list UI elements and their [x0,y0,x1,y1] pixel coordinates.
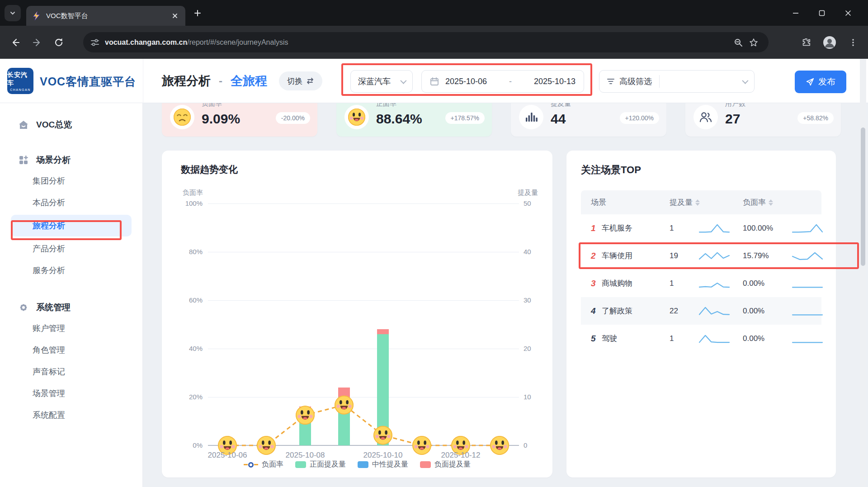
switch-journey-button[interactable]: 切换 [279,71,322,90]
stat-card-负面率: 负面率9.09%-20.00% [162,103,317,137]
scene-name: 了解政策 [602,306,670,316]
trend-point-emoji-icon [335,396,354,415]
table-row-驾驶[interactable]: 5驾驶10.00% [581,325,821,352]
menu-dots-icon[interactable] [844,34,862,51]
stat-card-delta-badge: +58.82% [797,112,834,124]
sidebar-item-账户管理[interactable]: 账户管理 [0,317,142,339]
main-content: 负面率9.09%-20.00%正面率88.64%+178.57%提及量44+12… [143,103,868,487]
reload-icon[interactable] [50,33,68,52]
avatar[interactable] [821,34,838,51]
panels-row: 数据趋势变化 负面率 提及量 负面率正面提及量中性提及量负面提及量 100%50… [162,151,868,478]
date-range-picker[interactable]: 2025-10-06 - 2025-10-13 [421,70,584,93]
legend-item-负面提及量[interactable]: 负面提及量 [420,460,471,469]
left-axis-tick: 100% [175,199,203,207]
sidebar-item-旅程分析[interactable]: 旅程分析 [11,215,132,236]
sidebar-item-系统配置[interactable]: 系统配置 [0,404,142,426]
mention-count: 1 [670,224,698,233]
url-bar[interactable]: vocuat.changan.com.cn/report/#/scene/jou… [83,32,769,52]
sort-icon[interactable] [769,199,773,206]
table-row-车辆使用[interactable]: 2车辆使用1915.79% [581,242,821,270]
back-icon[interactable] [6,33,24,52]
legend-item-中性提及量[interactable]: 中性提及量 [358,460,408,469]
top-scenes-title: 关注场景TOP [581,163,641,177]
sidebar-item-集团分析[interactable]: 集团分析 [0,170,142,192]
minimize-icon[interactable] [788,5,804,21]
sidebar-item-label: 声音标记 [33,366,65,377]
mention-sparkline [698,250,743,262]
legend-item-负面率[interactable]: 负面率 [244,460,283,469]
advanced-filter-label: 高级筛选 [619,76,652,87]
calendar-icon [430,77,439,86]
close-icon[interactable] [840,5,856,21]
legend-dash [254,464,258,465]
brand-select-value: 深蓝汽车 [358,76,391,87]
stat-card-value: 9.09% [202,111,240,127]
sidebar-group-系统管理[interactable]: 系统管理 [0,298,142,317]
trend-plot-area [208,203,519,445]
publish-button[interactable]: 发布 [795,71,846,93]
chevron-down-icon [400,78,406,84]
home-icon [18,119,29,130]
brand-select[interactable]: 深蓝汽车 [350,70,413,93]
stat-card-提及量: 提及量44+120.00% [511,103,666,137]
mention-count: 19 [670,251,698,260]
legend-item-正面提及量[interactable]: 正面提及量 [295,460,346,469]
chevron-down-icon [9,10,16,16]
trend-point-emoji-icon [412,436,431,455]
legend-label: 负面率 [262,460,283,469]
sort-desc-icon [769,203,773,206]
sidebar-item-label: 本品分析 [33,197,65,208]
swap-arrows-icon [306,77,314,85]
sidebar-item-声音标记[interactable]: 声音标记 [0,361,142,383]
rank-badge: 2 [591,251,602,261]
mention-count: 1 [670,334,698,343]
sidebar-item-场景管理[interactable]: 场景管理 [0,383,142,404]
column-header-提及量[interactable]: 提及量 [670,197,743,208]
scrollbar-thumb[interactable] [861,128,865,266]
right-axis-tick: 30 [524,296,531,304]
scene-name: 驾驶 [602,333,670,344]
url-text[interactable]: vocuat.changan.com.cn/report/#/scene/jou… [105,38,731,47]
sidebar-item-角色管理[interactable]: 角色管理 [0,339,142,361]
legend-label: 中性提及量 [372,460,408,469]
new-tab-button[interactable] [190,5,205,21]
page-scrollbar[interactable] [860,59,866,487]
rank-badge: 4 [591,306,602,316]
sidebar-nav: VOC总览场景分析集团分析本品分析旅程分析产品分析服务分析系统管理账户管理角色管… [0,103,143,487]
table-row-车机服务[interactable]: 1车机服务1100.00% [581,214,821,242]
zoom-icon[interactable] [731,35,746,50]
forward-icon[interactable] [28,33,46,52]
right-axis-tick: 10 [524,393,531,401]
rate-sparkline [791,305,821,317]
x-axis-label: 2025-10-10 [363,451,403,460]
table-row-了解政策[interactable]: 4了解政策220.00% [581,297,821,325]
left-axis-tick: 20% [175,393,203,401]
stat-card-value: 27 [725,111,740,127]
sort-icon[interactable] [695,199,700,206]
sidebar-item-服务分析[interactable]: 服务分析 [0,260,142,281]
left-axis-tick: 60% [175,296,203,304]
x-axis-label: 2025-10-12 [441,451,481,460]
sidebar-group-VOC总览[interactable]: VOC总览 [0,115,142,135]
site-settings-icon[interactable] [90,38,99,47]
legend-label: 正面提及量 [310,460,346,469]
table-row-商城购物[interactable]: 3商城购物10.00% [581,270,821,297]
rate-sparkline [791,222,821,234]
bookmark-star-icon[interactable] [746,35,761,50]
maximize-icon[interactable] [814,5,830,21]
browser-tab[interactable]: VOC数智平台 [26,6,185,26]
sidebar-item-产品分析[interactable]: 产品分析 [0,238,142,260]
divider [659,75,660,88]
sidebar-group-场景分析[interactable]: 场景分析 [0,150,142,170]
journey-scope-label[interactable]: 全旅程 [231,73,267,89]
column-header-负面率[interactable]: 负面率 [743,197,821,208]
rate-sparkline [791,278,821,289]
tab-search-button[interactable] [5,5,21,21]
sidebar-item-本品分析[interactable]: 本品分析 [0,192,142,213]
column-header-scene[interactable]: 场景 [591,197,670,208]
sort-asc-icon [769,199,773,202]
trend-point-emoji-icon [373,426,392,445]
tab-close-icon[interactable] [170,11,180,21]
advanced-filter-select[interactable]: 高级筛选 [599,70,755,93]
extensions-icon[interactable] [797,34,815,51]
